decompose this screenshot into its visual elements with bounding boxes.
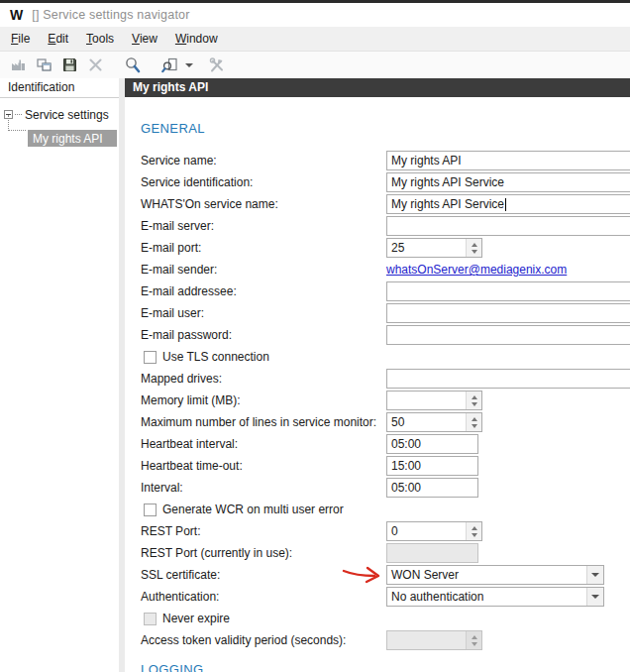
tree-item-label: My rights API (33, 132, 103, 146)
email-password-input[interactable] (386, 325, 630, 345)
factory-icon[interactable] (6, 55, 30, 76)
field-label: E-mail port: (141, 241, 386, 255)
stepper-up-icon[interactable] (472, 243, 477, 247)
stepper-down-icon[interactable] (472, 250, 477, 254)
email-port-stepper[interactable]: 25 (386, 238, 482, 258)
never-expire-checkbox[interactable] (144, 613, 157, 625)
tree-item-my-rights-api-selected[interactable]: My rights API (28, 130, 117, 147)
max-lines-stepper[interactable]: 50 (386, 412, 482, 432)
field-label: E-mail sender: (141, 263, 386, 277)
field-row-use-tls: Use TLS connection (141, 347, 630, 367)
section-logging: LOGGING (141, 662, 630, 672)
field-row-heartbeat-timeout: Heartbeat time-out: 15:00 (141, 456, 630, 476)
field-label: Maximum number of lines in service monit… (141, 415, 386, 429)
settings-form: GENERAL Service name: Service identifica… (125, 97, 630, 672)
menu-bar: File Edit Tools View Window (0, 27, 630, 52)
stepper-buttons (466, 239, 481, 257)
stepper-down-icon (472, 642, 477, 646)
authentication-dropdown[interactable]: No authentication (386, 587, 604, 607)
checkbox-label: Use TLS connection (162, 350, 269, 364)
chevron-down-icon (591, 573, 599, 577)
heartbeat-timeout-input[interactable]: 15:00 (386, 456, 478, 476)
section-general: GENERAL (141, 121, 630, 137)
stepper-up-icon[interactable] (472, 417, 477, 421)
use-tls-checkbox[interactable] (144, 351, 157, 364)
dropdown-button[interactable] (586, 588, 603, 606)
field-label: Heartbeat interval: (141, 437, 386, 451)
search-document-icon[interactable] (158, 55, 182, 76)
stepper-value: 50 (387, 413, 466, 431)
field-label: REST Port (currently in use): (141, 546, 386, 560)
field-row-service-identification: Service identification: (141, 172, 630, 192)
stepper-down-icon[interactable] (472, 402, 477, 406)
rest-port-in-use-readonly (386, 543, 478, 563)
dropdown-value: WON Server (387, 566, 586, 584)
service-identification-input[interactable] (386, 172, 630, 192)
heartbeat-interval-input[interactable]: 05:00 (386, 434, 478, 454)
field-row-rest-port-in-use: REST Port (currently in use): (141, 543, 630, 563)
field-row-mapped-drives: Mapped drives: (141, 369, 630, 389)
search-icon[interactable] (121, 55, 145, 76)
ssl-certificate-dropdown[interactable]: WON Server (386, 565, 604, 585)
checkbox-label: Never expire (162, 612, 230, 625)
menu-file[interactable]: File (2, 27, 39, 51)
dropdown-value: No authentication (387, 588, 586, 606)
field-row-whatson-service-name: WHATS'On service name: My rights API Ser… (141, 194, 630, 214)
input-text: 05:00 (391, 481, 421, 495)
stepper-up-icon[interactable] (472, 526, 477, 530)
panel-title: My rights API (125, 78, 630, 97)
sidebar: Identification Service settings My right… (0, 78, 119, 672)
cascade-windows-icon[interactable] (32, 55, 55, 76)
app-logo: W (10, 7, 23, 23)
field-label: E-mail server: (141, 219, 386, 233)
field-row-rest-port: REST Port: 0 (141, 521, 630, 541)
service-name-input[interactable] (386, 151, 630, 170)
field-label: E-mail addressee: (141, 284, 386, 298)
email-sender-link[interactable]: whatsOnServer@mediagenix.com (386, 263, 567, 277)
field-row-generate-wcr: Generate WCR on multi user error (141, 500, 630, 519)
mapped-drives-input[interactable] (386, 369, 630, 389)
field-row-access-token-validity: Access token validity period (seconds): (141, 630, 630, 650)
tree-branch-connector (8, 115, 26, 131)
stepper-buttons (466, 392, 481, 409)
field-row-email-user: E-mail user: (141, 303, 630, 323)
field-label: WHATS'On service name: (141, 197, 386, 211)
field-row-ssl-certificate: SSL certificate: WON Server (141, 565, 630, 585)
field-label: SSL certificate: (141, 568, 386, 582)
field-label: E-mail user: (141, 306, 386, 320)
email-server-input[interactable] (386, 216, 630, 236)
menu-edit[interactable]: Edit (39, 27, 77, 51)
stepper-down-icon[interactable] (472, 533, 477, 537)
field-row-email-sender: E-mail sender: whatsOnServer@mediagenix.… (141, 260, 630, 280)
settings-tree: Service settings My rights API (0, 98, 119, 147)
stepper-buttons (466, 413, 481, 431)
field-label: Service name: (141, 154, 386, 168)
text-cursor (505, 198, 506, 211)
dropdown-button[interactable] (586, 566, 603, 584)
chevron-down-icon (591, 595, 599, 599)
menu-view[interactable]: View (123, 27, 166, 51)
sidebar-header: Identification (0, 78, 119, 98)
delete-icon[interactable] (83, 55, 107, 76)
access-token-validity-stepper (386, 630, 482, 650)
whatson-service-name-input[interactable]: My rights API Service (386, 194, 630, 214)
save-icon[interactable] (57, 55, 81, 76)
menu-window[interactable]: Window (166, 27, 227, 51)
tools-icon[interactable] (205, 55, 229, 76)
stepper-up-icon[interactable] (472, 395, 477, 399)
email-addressee-input[interactable] (386, 281, 630, 301)
input-text: My rights API Service (391, 197, 504, 211)
field-row-authentication: Authentication: No authentication (141, 587, 630, 607)
search-options-chevron-icon[interactable] (185, 63, 193, 67)
email-user-input[interactable] (386, 303, 630, 323)
field-row-max-lines: Maximum number of lines in service monit… (141, 412, 630, 432)
menu-tools[interactable]: Tools (77, 27, 123, 51)
stepper-down-icon[interactable] (472, 424, 477, 428)
rest-port-stepper[interactable]: 0 (386, 521, 482, 541)
field-label: Authentication: (141, 590, 386, 604)
interval-input[interactable]: 05:00 (386, 478, 478, 498)
content-area: Identification Service settings My right… (0, 78, 630, 672)
generate-wcr-checkbox[interactable] (144, 504, 157, 516)
memory-limit-stepper[interactable] (386, 391, 482, 410)
toolbar (0, 52, 630, 78)
